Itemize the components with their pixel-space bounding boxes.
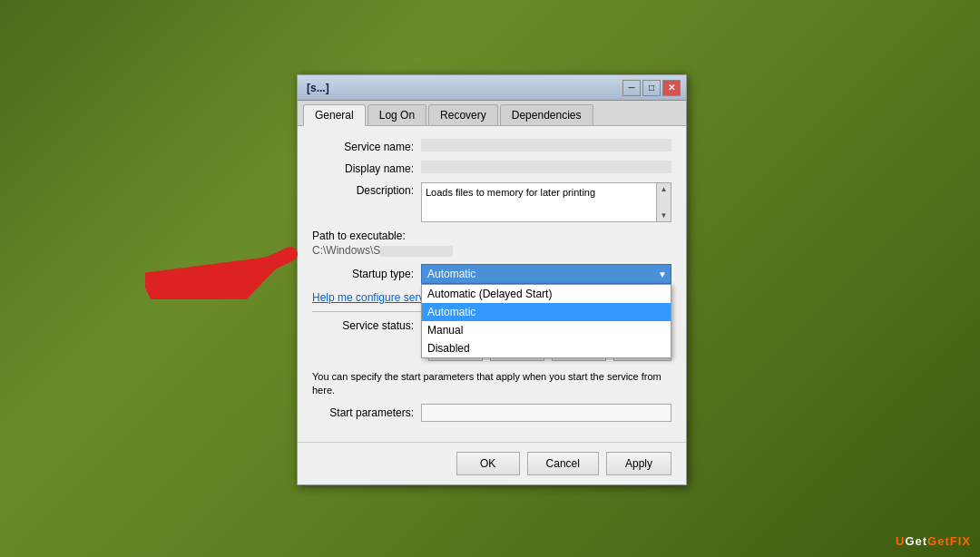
dropdown-arrow-icon: ▼ (658, 269, 667, 279)
service-name-label: Service name: (312, 139, 421, 153)
service-properties-dialog: [s...] ─ □ ✕ General Log On Recovery Dep… (297, 74, 687, 485)
tab-general[interactable]: General (303, 104, 366, 126)
startup-type-dropdown[interactable]: Automatic ▼ Automatic (Delayed Start) Au… (421, 264, 671, 284)
path-value: C:\Windows\S (312, 244, 671, 257)
scroll-up-arrow[interactable]: ▲ (659, 183, 670, 195)
dialog-body: Service name: Display name: Description:… (298, 126, 686, 442)
display-name-value (421, 161, 671, 173)
display-name-row: Display name: (312, 161, 671, 175)
ok-button[interactable]: OK (456, 452, 520, 475)
title-bar-buttons: ─ □ ✕ (622, 80, 681, 96)
service-name-row: Service name: (312, 139, 671, 153)
startup-type-row: Startup type: Automatic ▼ Automatic (Del… (312, 264, 671, 284)
description-label: Description: (312, 182, 421, 197)
watermark-text: UGetGetFIX (896, 534, 971, 548)
watermark-brand-get: Get (905, 534, 927, 548)
dropdown-item-automatic[interactable]: Automatic (422, 303, 671, 321)
path-label: Path to executable: (312, 230, 671, 242)
watermark-brand-fix: GetFIX (927, 534, 971, 548)
path-blurred (380, 246, 453, 257)
start-params-row: Start parameters: (312, 404, 671, 422)
service-name-value (421, 139, 671, 151)
start-params-input[interactable] (421, 404, 671, 422)
tabs-bar: General Log On Recovery Dependencies (298, 101, 686, 126)
tab-recovery[interactable]: Recovery (428, 104, 498, 125)
cancel-button[interactable]: Cancel (527, 452, 599, 475)
path-row: Path to executable: C:\Windows\S (312, 230, 671, 257)
apply-button[interactable]: Apply (606, 452, 671, 475)
start-params-label: Start parameters: (312, 406, 421, 419)
maximize-button[interactable]: □ (642, 80, 661, 96)
description-row: Description: Loads files to memory for l… (312, 182, 671, 222)
minimize-button[interactable]: ─ (622, 80, 641, 96)
display-name-label: Display name: (312, 161, 421, 175)
dialog-footer: OK Cancel Apply (298, 442, 686, 484)
service-status-label: Service status: (312, 319, 421, 332)
title-bar: [s...] ─ □ ✕ (298, 75, 686, 101)
description-text: Loads files to memory for later printing (426, 187, 595, 198)
close-button[interactable]: ✕ (662, 80, 681, 96)
tab-dependencies[interactable]: Dependencies (500, 104, 593, 125)
startup-selected-text: Automatic (427, 268, 475, 280)
start-params-info-text: You can specify the start parameters tha… (312, 370, 671, 398)
dropdown-item-manual[interactable]: Manual (422, 321, 671, 339)
watermark-brand-u: U (896, 534, 905, 548)
dropdown-item-disabled[interactable]: Disabled (422, 339, 671, 357)
startup-type-label: Startup type: (312, 268, 421, 280)
description-scrollbar[interactable]: ▲ ▼ (656, 183, 671, 221)
startup-type-selected[interactable]: Automatic ▼ (421, 264, 671, 284)
title-bar-text: [s...] (307, 82, 329, 94)
dropdown-item-automatic-delayed[interactable]: Automatic (Delayed Start) (422, 285, 671, 303)
description-box[interactable]: Loads files to memory for later printing… (421, 182, 671, 222)
scroll-down-arrow[interactable]: ▼ (659, 210, 670, 221)
path-prefix: C:\Windows\S (312, 244, 380, 257)
tab-logon[interactable]: Log On (368, 104, 426, 125)
startup-type-dropdown-list: Automatic (Delayed Start) Automatic Manu… (421, 284, 671, 358)
